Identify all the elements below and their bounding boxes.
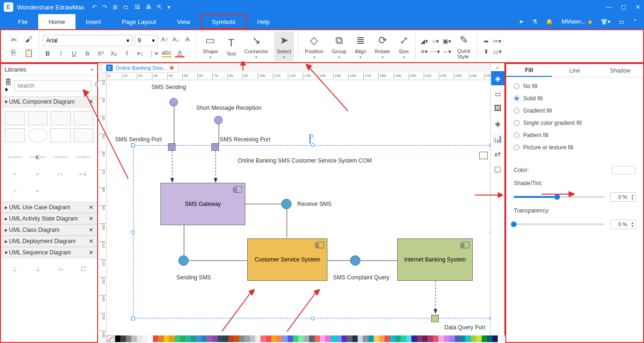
distribute-icon[interactable]: ⚏▾ (493, 47, 502, 56)
menu-help[interactable]: Help (247, 14, 280, 29)
color-swatch[interactable] (487, 335, 492, 342)
color-swatch[interactable] (282, 335, 287, 342)
open-icon[interactable]: 🗀 (123, 4, 129, 10)
color-swatch[interactable] (390, 335, 395, 342)
color-swatch[interactable] (482, 335, 487, 342)
shape-tool[interactable]: ▭Shape▾ (200, 32, 221, 61)
shape-thumb[interactable]: —○— (5, 150, 25, 164)
radio-gradient[interactable]: Gradient fill (514, 107, 636, 114)
category-sequence[interactable]: ▾ UML Sequence Diagram✕ (1, 247, 97, 258)
undo-icon[interactable]: ↶ (92, 4, 97, 10)
share-icon[interactable]: ⚗ (532, 18, 537, 25)
color-swatch[interactable] (271, 335, 276, 342)
color-swatch[interactable] (228, 335, 234, 342)
color-swatch[interactable] (449, 335, 454, 342)
line-style-icon[interactable]: ≡▾ (419, 47, 429, 56)
node-receive-sms[interactable] (281, 199, 292, 209)
category-component[interactable]: ▾ UML Component Diagram✕ (1, 96, 97, 107)
dash-style-icon[interactable]: ⋯▾ (431, 47, 440, 56)
collapse-left-icon[interactable]: « (91, 67, 93, 72)
color-swatch[interactable] (433, 335, 438, 342)
color-swatch[interactable] (126, 335, 131, 342)
italic-icon[interactable]: I (56, 49, 66, 57)
format-painter-icon[interactable]: 🖌 (23, 34, 35, 45)
color-swatch[interactable] (277, 335, 282, 342)
shape-thumb[interactable] (50, 128, 71, 142)
shape-thumb[interactable]: —○— (50, 150, 71, 164)
color-swatch[interactable] (250, 335, 255, 342)
shape-thumb[interactable]: ⌐ (28, 184, 48, 198)
strike-icon[interactable]: S (83, 49, 92, 57)
color-swatch[interactable] (309, 335, 314, 342)
canvas[interactable]: SMS Sending Short Message Reception SMS … (107, 80, 498, 335)
color-swatch[interactable] (288, 335, 293, 342)
samewidth-icon[interactable]: ⬌ (481, 37, 491, 45)
color-swatch[interactable] (239, 335, 244, 342)
shape-thumb[interactable] (50, 111, 71, 125)
color-swatch[interactable] (185, 335, 190, 342)
node-short-msg[interactable] (214, 116, 223, 124)
copy-icon[interactable]: ⎘ (8, 47, 20, 58)
shape-thumb[interactable]: ⌐↓ (50, 167, 71, 181)
transparency-slider[interactable] (514, 223, 604, 225)
group-tool[interactable]: ⧉Group▾ (329, 32, 349, 61)
color-swatch[interactable] (180, 335, 185, 342)
subscript-icon[interactable]: X₂ (109, 49, 118, 57)
color-swatch[interactable] (406, 335, 411, 342)
tab-line[interactable]: Line (552, 64, 598, 77)
color-swatch[interactable] (471, 335, 476, 342)
shape-thumb[interactable]: —○— (74, 150, 94, 164)
shape-thumb[interactable]: ⊥ (5, 262, 25, 276)
color-swatch[interactable] (444, 335, 449, 342)
rail-chart-icon[interactable]: 📊 (491, 131, 504, 146)
cut-icon[interactable]: ✂ (8, 34, 20, 45)
shadow-icon[interactable]: ▣▾ (442, 37, 452, 45)
rotate-tool[interactable]: ⟳Rotate▾ (372, 32, 393, 61)
radio-solid[interactable]: Solid fill (514, 95, 636, 102)
color-swatch[interactable] (612, 166, 636, 174)
superscript-icon[interactable]: X² (96, 49, 105, 57)
redo-icon[interactable]: ↷ (102, 4, 107, 10)
menu-pagelayout[interactable]: Page Layout (111, 14, 167, 29)
sameheight-icon[interactable]: ⬍ (481, 47, 491, 56)
box-ibs[interactable]: Internet Banking System (397, 238, 473, 281)
node-sending-sms[interactable] (178, 255, 189, 266)
color-swatch[interactable] (455, 335, 460, 342)
color-swatch[interactable] (379, 335, 385, 342)
rail-grid-icon[interactable]: ⚏ (491, 86, 504, 100)
maximize-icon[interactable]: ▢ (621, 4, 626, 10)
shape-thumb[interactable] (74, 128, 94, 142)
color-swatch[interactable] (223, 335, 228, 342)
color-swatch[interactable] (158, 335, 163, 342)
color-swatch[interactable] (207, 335, 212, 342)
color-swatch[interactable] (493, 335, 498, 342)
quickstyle-tool[interactable]: ✎QuickStyle (454, 31, 473, 61)
color-swatch[interactable] (336, 335, 341, 342)
shrink-font-icon[interactable]: A↓ (171, 35, 181, 43)
export-icon[interactable]: ⇱ (157, 4, 162, 10)
node-sms-sending[interactable] (169, 98, 178, 106)
color-swatch[interactable] (142, 335, 147, 342)
rail-present-icon[interactable]: ▢ (491, 162, 504, 176)
color-swatch[interactable] (374, 335, 379, 342)
color-swatch[interactable] (352, 335, 358, 342)
collapse-right-icon[interactable]: » (496, 65, 499, 70)
underline-icon[interactable]: U (69, 49, 79, 57)
color-swatch[interactable] (347, 335, 352, 342)
close-category-icon[interactable]: ✕ (89, 98, 93, 105)
color-swatch[interactable] (342, 335, 347, 342)
font-select[interactable]: Arial▾ (43, 35, 133, 46)
color-swatch[interactable] (201, 335, 207, 342)
position-tool[interactable]: ◇Position▾ (302, 32, 326, 61)
rail-image-icon[interactable]: 🖼 (491, 101, 504, 115)
fontsize-select[interactable]: 9▾ (134, 35, 158, 46)
new-icon[interactable]: ⊞ (113, 4, 117, 10)
color-swatch[interactable] (422, 335, 427, 342)
radio-pattern[interactable]: Pattern fill (514, 132, 636, 139)
document-tab[interactable]: E Online Banking Sms... (102, 63, 178, 73)
library-search-input[interactable] (14, 80, 92, 91)
color-swatch[interactable] (438, 335, 443, 342)
color-swatch[interactable] (320, 335, 325, 342)
paste-icon[interactable]: 📋 (23, 47, 35, 58)
color-swatch[interactable] (385, 335, 390, 342)
